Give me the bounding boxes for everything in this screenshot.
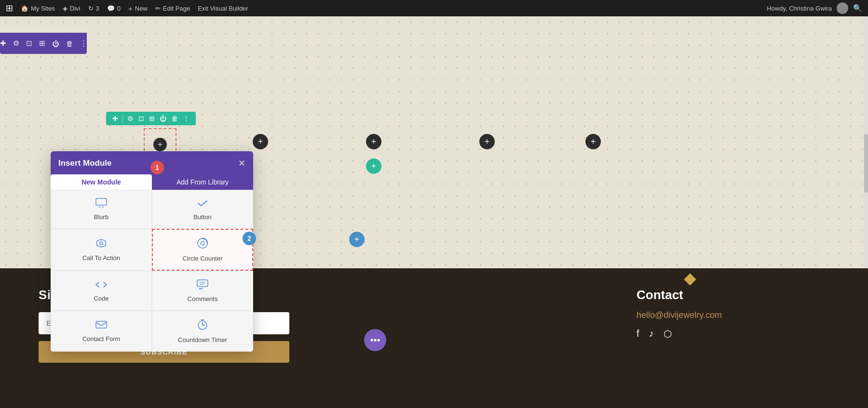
module-code[interactable]: Code (51, 271, 152, 311)
add-btn-middle[interactable]: + (349, 232, 365, 247)
contact-form-label: Contact Form (82, 335, 121, 342)
module-countdown-timer[interactable]: Countdown Timer (152, 311, 253, 352)
blurb-label: Blurb (94, 213, 108, 221)
social-icons: f ♪ ⬡ (637, 328, 829, 340)
code-icon (95, 279, 108, 292)
blurb-icon (95, 198, 107, 211)
insert-module-panel: Insert Module ✕ New Module Add From Libr… (51, 151, 253, 352)
module-comments[interactable]: Comments (152, 271, 253, 311)
builder-delete-icon[interactable]: 🗑 (66, 39, 73, 48)
add-module-btn-col[interactable]: + (153, 138, 167, 151)
code-label: Code (94, 295, 108, 302)
circle-counter-label: Circle Counter (182, 255, 222, 262)
row-settings-icon[interactable]: ⚙ (127, 115, 134, 122)
module-blurb[interactable]: Blurb (51, 190, 152, 229)
insert-module-title: Insert Module (58, 158, 112, 174)
svg-rect-7 (96, 321, 107, 328)
module-button[interactable]: Button (152, 190, 253, 229)
row-toolbar: ✚ ⚙ ⊡ ⊞ ⏻ 🗑 ⋮ (106, 112, 196, 125)
add-btn-4[interactable]: + (585, 134, 601, 149)
tiktok-icon[interactable]: ♪ (649, 328, 654, 340)
builder-add-icon[interactable]: ✚ (0, 39, 6, 48)
svg-rect-0 (96, 198, 107, 205)
row-clone-icon[interactable]: ⊡ (138, 115, 144, 122)
diamond-decoration (684, 273, 696, 285)
circle-counter-icon (197, 237, 208, 252)
comments-icon (196, 279, 209, 292)
edit-page-link[interactable]: ✏ Edit Page (155, 5, 190, 12)
insert-module-tabs: New Module Add From Library (51, 174, 253, 190)
builder-settings-icon[interactable]: ⚙ (13, 39, 19, 48)
revisions-count[interactable]: ↻ 3 (88, 5, 99, 12)
step-badge-1: 1 (150, 161, 164, 174)
countdown-timer-icon (197, 319, 208, 333)
exit-builder-link[interactable]: Exit Visual Builder (198, 5, 248, 12)
row-grid-icon[interactable]: ⊞ (149, 115, 155, 122)
close-panel-button[interactable]: ✕ (238, 158, 245, 174)
contact-heading: Contact (637, 288, 829, 303)
wp-logo[interactable]: ⊞ (6, 3, 13, 13)
comments-label: Comments (188, 295, 218, 303)
contact-email[interactable]: hello@divijewelry.com (637, 310, 829, 320)
comments-count[interactable]: 💬 0 (107, 5, 121, 12)
search-icon[interactable]: 🔍 (853, 4, 862, 13)
row-delete-icon[interactable]: 🗑 (171, 115, 178, 122)
facebook-icon[interactable]: f (637, 328, 639, 340)
module-grid: Blurb Button Call To Action (51, 190, 253, 352)
tab-add-from-library[interactable]: Add From Library (152, 174, 253, 190)
module-call-to-action[interactable]: Call To Action (51, 229, 152, 271)
call-to-action-label: Call To Action (82, 254, 121, 262)
user-avatar[interactable] (837, 2, 848, 14)
add-btn-3[interactable]: + (479, 134, 495, 149)
module-contact-form[interactable]: Contact Form (51, 311, 152, 352)
admin-bar-right: Howdy, Christina Gwira 🔍 (767, 2, 862, 14)
contact-form-icon (95, 320, 108, 332)
footer-contact: Contact hello@divijewelry.com f ♪ ⬡ (637, 288, 829, 340)
svg-point-3 (201, 241, 204, 245)
svg-rect-4 (197, 280, 208, 287)
new-menu[interactable]: + New (128, 4, 148, 13)
button-label: Button (193, 213, 212, 221)
divi-menu[interactable]: ◈ Divi (63, 5, 81, 12)
row-add-icon[interactable]: ✚ (112, 115, 118, 122)
row-more-icon[interactable]: ⋮ (183, 115, 190, 122)
more-options-button[interactable]: ••• (364, 329, 386, 351)
button-icon (196, 198, 209, 211)
builder-clone-icon[interactable]: ⊡ (26, 39, 32, 48)
row-power-icon[interactable]: ⏻ (160, 115, 166, 122)
builder-toolbar: ✚ ⚙ ⊡ ⊞ ⏻ 🗑 ⋮ (0, 33, 87, 54)
call-to-action-icon (95, 238, 108, 251)
svg-point-1 (100, 242, 103, 245)
my-sites-menu[interactable]: 🏠 My Sites (21, 5, 55, 12)
builder-more-icon[interactable]: ⋮ (80, 39, 87, 48)
instagram-icon[interactable]: ⬡ (664, 328, 672, 340)
scrollbar-thumb[interactable] (864, 134, 868, 193)
module-circle-counter[interactable]: Circle Counter (152, 229, 253, 271)
builder-power-icon[interactable]: ⏻ (52, 39, 59, 48)
canvas: ✚ ⚙ ⊡ ⊞ ⏻ 🗑 ⋮ ✚ ⚙ ⊡ ⊞ ⏻ 🗑 ⋮ + + + + + + … (0, 16, 868, 408)
step-badge-2: 2 (243, 232, 256, 245)
tab-new-module[interactable]: New Module (51, 174, 152, 190)
countdown-timer-label: Countdown Timer (178, 336, 227, 343)
add-btn-row[interactable]: + (366, 158, 381, 174)
add-btn-2[interactable]: + (366, 134, 381, 149)
builder-grid-icon[interactable]: ⊞ (39, 39, 45, 48)
add-btn-1[interactable]: + (253, 134, 268, 149)
row-sep-1 (122, 115, 123, 122)
admin-bar: ⊞ 🏠 My Sites ◈ Divi ↻ 3 💬 0 + New ✏ Edit… (0, 0, 868, 16)
